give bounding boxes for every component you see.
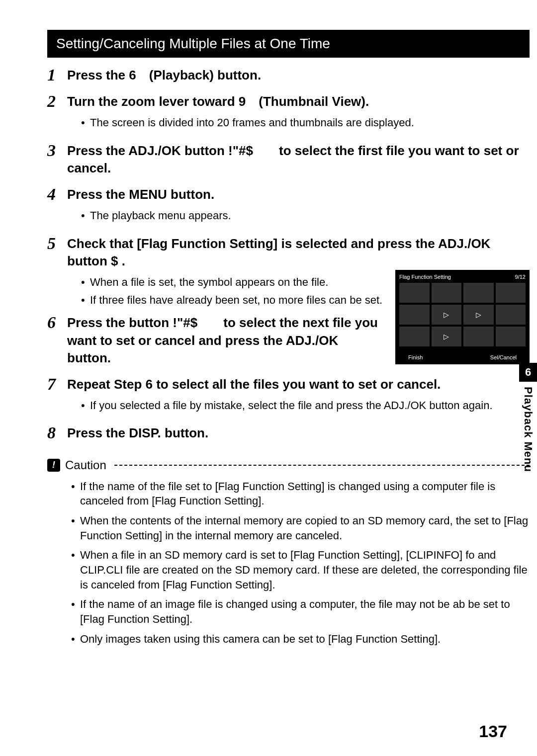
caution-item: When the contents of the internal memory…: [71, 513, 530, 543]
step-number: 4: [47, 186, 67, 226]
thumbnail-cell: ▷: [432, 327, 462, 346]
thumbnail-cell: [463, 283, 494, 303]
caution-item: Only images taken using this camera can …: [71, 632, 530, 647]
thumbnail-cell: [432, 283, 462, 303]
step-title: Repeat Step 6 to select all the files yo…: [67, 376, 530, 393]
caution-section: ! Caution If the name of the file set to…: [47, 458, 530, 647]
divider: [114, 465, 530, 466]
thumbnail-cell: [496, 327, 526, 346]
step-note: The screen is divided into 20 frames and…: [81, 115, 530, 130]
section-header: Setting/Canceling Multiple Files at One …: [47, 30, 530, 58]
flag-icon: ▷: [444, 333, 449, 340]
flag-icon: ▷: [476, 311, 481, 319]
caution-item: If the name of an image file is changed …: [71, 597, 530, 626]
camera-screen: Flag Function Setting 9/12 ▷▷▷ Finish Se…: [395, 270, 530, 364]
page-number: 137: [479, 722, 507, 741]
chapter-number: 6: [519, 363, 537, 382]
step-title: Press the DISP. button.: [67, 424, 530, 442]
step-title: Turn the zoom lever toward 9 (Thumbnail …: [67, 93, 530, 110]
caution-item: When a file in an SD memory card is set …: [71, 548, 530, 592]
step-number: 8: [47, 424, 67, 442]
caution-label: Caution: [65, 458, 106, 472]
step-4: 4 Press the MENU button. The playback me…: [47, 186, 530, 226]
step-number: 2: [47, 93, 67, 133]
step-title: Check that [Flag Function Setting] is se…: [67, 235, 530, 270]
step-title: Press the MENU button.: [67, 186, 530, 203]
step-7: 7 Repeat Step 6 to select all the files …: [47, 376, 530, 416]
step-number: 3: [47, 142, 67, 177]
step-title: Press the ADJ./OK button !"#$ to select …: [67, 142, 530, 177]
thumbnail-cell: [496, 283, 526, 303]
step-note: If three files have already been set, no…: [81, 293, 385, 308]
chapter-label: Playback Menu: [522, 387, 535, 472]
side-tab: 6 Playback Menu: [519, 363, 537, 472]
step-1: 1 Press the 6 (Playback) button.: [47, 67, 530, 84]
step-note: When a file is set, the symbol appears o…: [81, 275, 385, 290]
thumbnail-cell: [399, 283, 430, 303]
step-title: Press the button !"#$ to select the next…: [67, 314, 385, 366]
thumbnail-cell: [496, 305, 526, 325]
step-number: 1: [47, 67, 67, 84]
step-2: 2 Turn the zoom lever toward 9 (Thumbnai…: [47, 93, 530, 133]
screen-counter: 9/12: [515, 274, 526, 280]
thumbnail-cell: [463, 327, 494, 346]
screen-title: Flag Function Setting: [399, 274, 451, 280]
step-title: Press the 6 (Playback) button.: [67, 67, 530, 84]
screen-sel-label: Sel/Cancel: [490, 354, 517, 360]
caution-item: If the name of the file set to [Flag Fun…: [71, 479, 530, 508]
caution-icon: !: [47, 459, 60, 472]
step-5: 5 Check that [Flag Function Setting] is …: [47, 235, 530, 367]
thumbnail-cell: ▷: [432, 305, 462, 325]
steps-container: 1 Press the 6 (Playback) button. 2 Turn …: [47, 67, 530, 442]
step-number: 6: [47, 314, 67, 366]
step-3: 3 Press the ADJ./OK button !"#$ to selec…: [47, 142, 530, 177]
thumbnail-cell: [399, 305, 430, 325]
screen-finish-label: Finish: [408, 354, 423, 360]
flag-icon: ▷: [444, 311, 449, 319]
thumbnail-cell: [399, 327, 430, 346]
step-note: The playback menu appears.: [81, 208, 530, 223]
step-8: 8 Press the DISP. button.: [47, 424, 530, 442]
step-number: 7: [47, 376, 67, 416]
step-note: If you selected a file by mistake, selec…: [81, 398, 530, 413]
manual-page: Setting/Canceling Multiple Files at One …: [0, 0, 537, 756]
thumbnail-cell: ▷: [463, 305, 494, 325]
